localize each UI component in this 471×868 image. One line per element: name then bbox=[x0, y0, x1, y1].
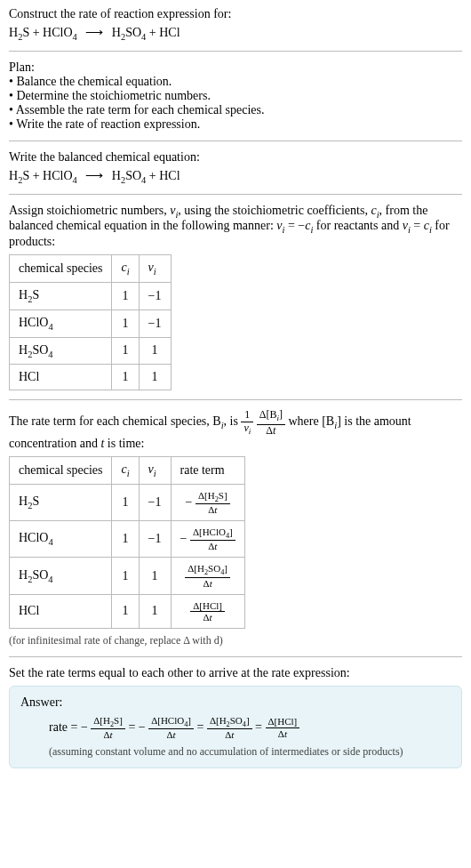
rateterm-table: chemical species ci νi rate term H2S 1 −… bbox=[9, 456, 245, 629]
product-h2so4: H2SO4 bbox=[112, 26, 147, 39]
divider bbox=[9, 51, 462, 52]
ci-cell: 1 bbox=[112, 558, 139, 594]
derivative-note: (for infinitesimal rate of change, repla… bbox=[9, 634, 462, 647]
ci-cell: 1 bbox=[112, 520, 139, 557]
ci-cell: 1 bbox=[112, 309, 139, 337]
plan-list: Balance the chemical equation. Determine… bbox=[9, 75, 462, 132]
reactant-hclo4: HClO4 bbox=[43, 169, 77, 182]
rate-fraction: Δ[HCl] Δt bbox=[266, 716, 300, 738]
setequal-section: Set the rate terms equal to each other t… bbox=[9, 666, 462, 768]
col-nui: νi bbox=[139, 255, 171, 283]
ci-cell: 1 bbox=[112, 337, 139, 365]
answer-label: Answer: bbox=[20, 695, 451, 710]
plus: + bbox=[29, 169, 43, 182]
reaction-arrow-icon: ⟶ bbox=[80, 169, 108, 182]
ci-cell: 1 bbox=[112, 365, 139, 390]
divider bbox=[9, 194, 462, 195]
table-header-row: chemical species ci νi bbox=[10, 255, 172, 283]
rate-fraction: Δ[H2SO4] Δt bbox=[207, 715, 252, 740]
balanced-equation: H2S + HClO4 ⟶ H2SO4 + HCl bbox=[9, 168, 462, 185]
rateterm-cell: Δ[H2SO4] Δt bbox=[171, 558, 244, 594]
species-cell: HCl bbox=[10, 365, 112, 390]
divider bbox=[9, 656, 462, 657]
rateterm-cell: Δ[HCl] Δt bbox=[171, 594, 244, 628]
rate-fraction: Δ[H2S] Δt bbox=[196, 490, 230, 515]
ci-cell: 1 bbox=[112, 282, 139, 309]
col-species: chemical species bbox=[10, 255, 112, 283]
answer-box: Answer: rate = − Δ[H2S] Δt = − Δ[HClO4] … bbox=[9, 686, 462, 768]
col-ci: ci bbox=[112, 456, 139, 484]
assign-section: Assign stoichiometric numbers, νi, using… bbox=[9, 204, 462, 391]
col-nui: νi bbox=[139, 456, 171, 484]
table-row: HClO4 1 −1 − Δ[HClO4] Δt bbox=[10, 520, 245, 557]
plus: + bbox=[146, 169, 159, 182]
nui-cell: −1 bbox=[139, 282, 171, 309]
rate-fraction: Δ[H2S] Δt bbox=[91, 715, 125, 740]
table-row: H2S 1 −1 bbox=[10, 282, 172, 309]
rateterm-text: The rate term for each chemical species,… bbox=[9, 409, 462, 450]
construct-equation: H2S + HClO4 ⟶ H2SO4 + HCl bbox=[9, 25, 462, 42]
species-cell: H2S bbox=[10, 282, 112, 309]
table-row: HCl 1 1 bbox=[10, 365, 172, 390]
fraction-dbi-dt: Δ[Bi] Δt bbox=[257, 409, 285, 436]
product-hcl: HCl bbox=[159, 169, 180, 182]
species-cell: HCl bbox=[10, 594, 112, 628]
reactant-hclo4: HClO4 bbox=[43, 26, 77, 39]
table-row: HClO4 1 −1 bbox=[10, 309, 172, 337]
rateterm-section: The rate term for each chemical species,… bbox=[9, 409, 462, 647]
stoich-table: chemical species ci νi H2S 1 −1 HClO4 1 … bbox=[9, 254, 172, 390]
divider bbox=[9, 399, 462, 400]
rate-fraction: Δ[HCl] Δt bbox=[190, 600, 225, 623]
species-cell: H2S bbox=[10, 484, 112, 520]
fraction-1-over-nui: 1 νi bbox=[241, 409, 253, 436]
nui-cell: 1 bbox=[139, 594, 171, 628]
answer-equation: rate = − Δ[H2S] Δt = − Δ[HClO4] Δt = Δ[H… bbox=[20, 715, 451, 740]
plus: + bbox=[146, 26, 159, 39]
plan-section: Plan: Balance the chemical equation. Det… bbox=[9, 60, 462, 132]
plan-item: Assemble the rate term for each chemical… bbox=[9, 103, 462, 117]
rate-fraction: Δ[HClO4] Δt bbox=[148, 715, 194, 740]
table-header-row: chemical species ci νi rate term bbox=[10, 456, 245, 484]
species-cell: HClO4 bbox=[10, 309, 112, 337]
species-cell: H2SO4 bbox=[10, 558, 112, 594]
balanced-heading: Write the balanced chemical equation: bbox=[9, 150, 462, 165]
nui-cell: −1 bbox=[139, 484, 171, 520]
construct-prompt: Construct the rate of reaction expressio… bbox=[9, 7, 462, 21]
setequal-text: Set the rate terms equal to each other t… bbox=[9, 666, 462, 680]
reaction-arrow-icon: ⟶ bbox=[80, 26, 108, 39]
nui-cell: −1 bbox=[139, 520, 171, 557]
nui-cell: 1 bbox=[139, 558, 171, 594]
plan-item: Determine the stoichiometric numbers. bbox=[9, 89, 462, 103]
species-cell: HClO4 bbox=[10, 520, 112, 557]
plan-item: Write the rate of reaction expression. bbox=[9, 117, 462, 132]
table-row: HCl 1 1 Δ[HCl] Δt bbox=[10, 594, 245, 628]
col-species: chemical species bbox=[10, 456, 112, 484]
nui-cell: 1 bbox=[139, 337, 171, 365]
construct-section: Construct the rate of reaction expressio… bbox=[9, 7, 462, 42]
rate-fraction: Δ[HClO4] Δt bbox=[190, 526, 236, 551]
table-row: H2S 1 −1 − Δ[H2S] Δt bbox=[10, 484, 245, 520]
col-ci: ci bbox=[112, 255, 139, 283]
col-rateterm: rate term bbox=[171, 456, 244, 484]
nui-cell: −1 bbox=[139, 309, 171, 337]
reactant-h2s: H2S bbox=[9, 169, 29, 182]
table-row: H2SO4 1 1 Δ[H2SO4] Δt bbox=[10, 558, 245, 594]
product-h2so4: H2SO4 bbox=[112, 169, 147, 182]
ci-cell: 1 bbox=[112, 594, 139, 628]
plus: + bbox=[29, 26, 43, 39]
reactant-h2s: H2S bbox=[9, 26, 29, 39]
product-hcl: HCl bbox=[159, 26, 180, 39]
rateterm-cell: − Δ[H2S] Δt bbox=[171, 484, 244, 520]
table-row: H2SO4 1 1 bbox=[10, 337, 172, 365]
answer-note: (assuming constant volume and no accumul… bbox=[20, 745, 451, 759]
plan-item: Balance the chemical equation. bbox=[9, 75, 462, 89]
ci-cell: 1 bbox=[112, 484, 139, 520]
nui-cell: 1 bbox=[139, 365, 171, 390]
rateterm-cell: − Δ[HClO4] Δt bbox=[171, 520, 244, 557]
plan-heading: Plan: bbox=[9, 60, 462, 75]
balanced-section: Write the balanced chemical equation: H2… bbox=[9, 150, 462, 185]
divider bbox=[9, 141, 462, 141]
assign-text: Assign stoichiometric numbers, νi, using… bbox=[9, 204, 462, 250]
rate-fraction: Δ[H2SO4] Δt bbox=[185, 563, 230, 588]
species-cell: H2SO4 bbox=[10, 337, 112, 365]
